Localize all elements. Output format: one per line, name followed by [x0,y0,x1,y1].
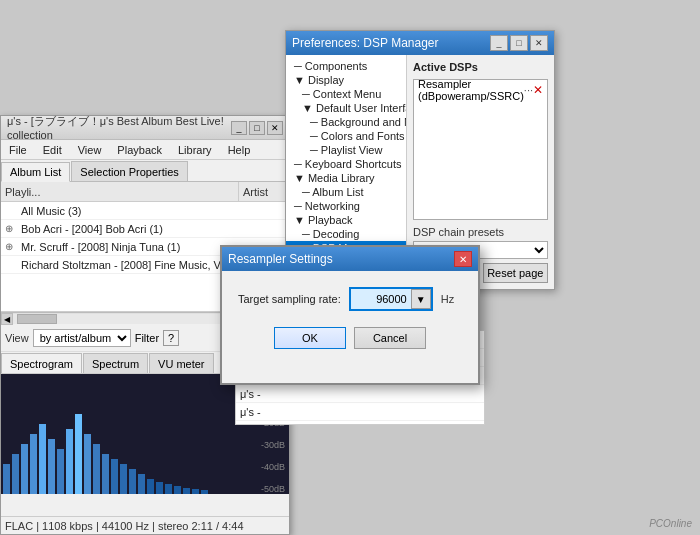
resampler-dialog: Resampler Settings ✕ Target sampling rat… [220,245,480,385]
tree-display[interactable]: ▼ Display [286,73,406,87]
svg-rect-1 [12,454,19,494]
active-dsp-title: Active DSPs [413,61,548,73]
svg-rect-10 [93,444,100,494]
svg-rect-2 [21,444,28,494]
dsp-item-close[interactable]: ✕ [533,83,543,97]
resampler-unit: Hz [441,293,454,305]
track-item-all[interactable]: All Music (3) [1,202,289,220]
tree-playback[interactable]: ▼ Playback [286,213,406,227]
svg-rect-16 [147,479,154,494]
tab-album-list[interactable]: Album List [1,162,70,182]
minimize-btn[interactable]: _ [231,121,247,135]
prefs-minimize-btn[interactable]: _ [490,35,508,51]
prefs-close-btn[interactable]: ✕ [530,35,548,51]
status-text: FLAC | 1108 kbps | 44100 Hz | stereo 2:1… [5,520,244,532]
viz-tab-spectrum[interactable]: Spectrum [83,353,148,373]
menu-playback[interactable]: Playback [113,144,166,156]
svg-rect-4 [39,424,46,494]
menu-edit[interactable]: Edit [39,144,66,156]
dsp-reset-page-btn[interactable]: Reset page [483,263,548,283]
viz-tab-spectrogram[interactable]: Spectrogram [1,353,82,373]
svg-rect-11 [102,454,109,494]
svg-rect-20 [183,488,190,494]
view-select[interactable]: by artist/album [33,329,131,347]
resampler-value-input[interactable] [351,289,411,309]
svg-rect-6 [57,449,64,494]
col-artist: Artist [239,182,289,201]
menu-file[interactable]: File [5,144,31,156]
col-playlist: Playli... [1,182,239,201]
resampler-body: Target sampling rate: ▼ Hz OK Cancel [222,271,478,365]
right-track-4[interactable]: μ's - [236,385,484,403]
prefs-titlebar-controls: _ □ ✕ [490,35,548,51]
prefs-titlebar: Preferences: DSP Manager _ □ ✕ [286,31,554,55]
svg-rect-7 [66,429,73,494]
track-label-bob: Bob Acri - [2004] Bob Acri (1) [21,223,163,235]
menu-bar: File Edit View Playback Library Help [1,140,289,160]
dsp-preset-title: DSP chain presets [413,226,548,238]
filter-help-btn[interactable]: ? [163,330,179,346]
tree-bg-notif[interactable]: ─ Background and Notifications [286,115,406,129]
svg-rect-19 [174,486,181,494]
svg-rect-0 [3,464,10,494]
resampler-label: Target sampling rate: [238,293,341,305]
resampler-close-btn[interactable]: ✕ [454,251,472,267]
tree-context-menu[interactable]: ─ Context Menu [286,87,406,101]
svg-rect-5 [48,439,55,494]
tree-decoding[interactable]: ─ Decoding [286,227,406,241]
tree-networking[interactable]: ─ Networking [286,199,406,213]
track-play-icon-scruff: ⊕ [5,241,21,252]
dsp-list-item-resampler[interactable]: Resampler (dBpoweramp/SSRC) ··· ✕ [414,80,547,100]
svg-rect-9 [84,434,91,494]
track-label-all: All Music (3) [21,205,82,217]
resampler-ok-btn[interactable]: OK [274,327,346,349]
main-title: μ's - [ラブライブ！μ's Best Album Best Live! c… [7,114,231,141]
svg-rect-8 [75,414,82,494]
resampler-title: Resampler Settings [228,252,333,266]
menu-help[interactable]: Help [224,144,255,156]
spectrogram-bars [1,374,231,494]
viz-tab-vu[interactable]: VU meter [149,353,213,373]
svg-rect-12 [111,459,118,494]
resampler-cancel-btn[interactable]: Cancel [354,327,426,349]
scroll-thumb[interactable] [17,314,57,324]
tree-keyboard[interactable]: ─ Keyboard Shortcuts [286,157,406,171]
menu-library[interactable]: Library [174,144,216,156]
active-dsp-list: Resampler (dBpoweramp/SSRC) ··· ✕ [413,79,548,220]
svg-rect-18 [165,484,172,494]
titlebar-controls: _ □ ✕ [231,121,283,135]
svg-rect-17 [156,482,163,494]
tree-media-library[interactable]: ▼ Media Library [286,171,406,185]
watermark: PCOnline [649,518,692,529]
svg-rect-3 [30,434,37,494]
track-play-icon-bob: ⊕ [5,223,21,234]
spec-label-30db: -30dB [261,440,285,450]
resampler-dropdown-btn[interactable]: ▼ [411,289,431,309]
menu-view[interactable]: View [74,144,106,156]
tab-selection-properties[interactable]: Selection Properties [71,161,187,181]
maximize-btn[interactable]: □ [249,121,265,135]
dsp-item-dots[interactable]: ··· [524,84,533,96]
resampler-input-group: ▼ [349,287,433,311]
resampler-titlebar: Resampler Settings ✕ [222,247,478,271]
close-btn[interactable]: ✕ [267,121,283,135]
tree-playlist-view[interactable]: ─ Playlist View [286,143,406,157]
svg-rect-13 [120,464,127,494]
tree-default-ui[interactable]: ▼ Default User Interface [286,101,406,115]
main-tabs: Album List Selection Properties [1,160,289,182]
right-track-5[interactable]: μ's - [236,403,484,421]
svg-rect-15 [138,474,145,494]
spec-label-50db: -50dB [261,484,285,494]
scroll-left-btn[interactable]: ◀ [1,313,13,325]
track-label-richard: Richard Stoltzman - [2008] Fine Music, V… [21,259,229,271]
tree-colors-fonts[interactable]: ─ Colors and Fonts [286,129,406,143]
prefs-maximize-btn[interactable]: □ [510,35,528,51]
track-item-bob[interactable]: ⊕ Bob Acri - [2004] Bob Acri (1) [1,220,289,238]
tree-album-list[interactable]: ─ Album List [286,185,406,199]
filter-label: Filter [135,332,159,344]
tree-components[interactable]: ─ Components [286,59,406,73]
dsp-item-name: Resampler (dBpoweramp/SSRC) [418,78,524,102]
svg-rect-14 [129,469,136,494]
track-label-scruff: Mr. Scruff - [2008] Ninja Tuna (1) [21,241,180,253]
prefs-title: Preferences: DSP Manager [292,36,439,50]
